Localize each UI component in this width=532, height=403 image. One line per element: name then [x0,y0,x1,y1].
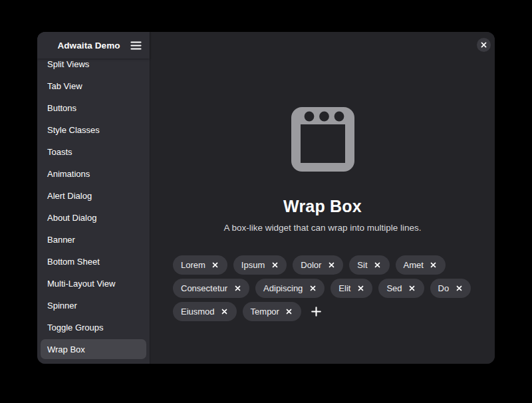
close-small-icon [329,262,334,268]
close-small-icon [221,309,227,315]
sidebar-item-label: Split Views [47,59,89,69]
close-small-icon [286,309,292,315]
sidebar-nav: Split Views Tab View Buttons Style Class… [37,59,150,364]
remove-tag-button[interactable] [408,284,417,293]
remove-tag-button[interactable] [373,261,382,270]
remove-tag-button[interactable] [429,261,438,270]
sidebar-item-label: Buttons [47,103,76,113]
sidebar-item[interactable]: Toasts [41,142,146,162]
tag-label: Sit [357,260,367,270]
tag-label: Tempor [251,307,279,317]
tag-chip: Do [430,279,471,298]
tag-label: Eiusmod [181,307,215,317]
sidebar-item-label: Toasts [47,147,72,157]
close-small-icon [272,262,278,268]
close-icon [481,42,487,48]
tag-chip: Tempor [243,302,301,321]
remove-tag-button[interactable] [356,284,365,293]
close-small-icon [409,285,415,291]
remove-tag-button[interactable] [211,261,220,270]
remove-tag-button[interactable] [308,284,317,293]
hamburger-menu-icon [130,41,142,50]
wrap-box-demo-icon [291,107,354,172]
tag-label: Do [438,283,450,293]
tag-chip: Elit [331,279,372,298]
tag-chip: Ipsum [233,255,287,275]
sidebar-item[interactable]: Animations [41,164,146,184]
sidebar-item-label: Spinner [47,301,77,311]
sidebar-item[interactable]: Multi-Layout View [41,273,146,293]
tag-chip: Lorem [173,255,227,275]
add-tag-button[interactable] [307,302,326,321]
close-small-icon [374,262,380,268]
tag-chip: Consectetur [173,279,249,298]
sidebar-item-label: Alert Dialog [47,191,92,201]
tag-chip: Sed [378,279,424,298]
sidebar-item-label: Banner [47,235,75,245]
tag-label: Amet [404,260,424,270]
close-small-icon [212,262,218,268]
main-menu-button[interactable] [126,36,146,55]
remove-tag-button[interactable] [327,261,336,270]
sidebar-item[interactable]: Banner [41,229,146,249]
frame-window-icon [291,107,354,172]
sidebar-header: Adwaita Demo [37,32,150,59]
close-small-icon [310,285,316,291]
sidebar-item[interactable]: Style Classes [41,120,146,140]
sidebar-item-label: Multi-Layout View [47,279,115,289]
tag-chip: Amet [396,255,446,275]
sidebar-item-label: Style Classes [47,125,100,135]
close-small-icon [456,285,462,291]
tag-label: Sed [386,283,402,293]
sidebar-item[interactable]: Buttons [41,98,146,118]
sidebar-item-label: Animations [47,169,90,179]
remove-tag-button[interactable] [285,307,294,317]
sidebar-item[interactable]: Tab View [41,76,146,96]
remove-tag-button[interactable] [270,261,279,270]
sidebar-item-label: Bottom Sheet [47,257,100,267]
sidebar-item[interactable]: Spinner [41,295,146,315]
tag-label: Consectetur [181,283,227,293]
desktop-background: Adwaita Demo Split Views Tab View [0,0,532,403]
sidebar-item-label: Tab View [47,81,82,91]
sidebar-item-label: Toggle Groups [47,323,104,333]
window-title: Adwaita Demo [47,41,126,51]
tag-label: Ipsum [241,260,265,270]
tag-chip: Dolor [293,255,343,275]
close-small-icon [430,262,436,268]
page-subtitle: A box-like widget that can wrap into mul… [150,223,495,233]
remove-tag-button[interactable] [233,284,242,293]
tag-chip: Sit [349,255,389,275]
close-small-icon [235,285,241,291]
sidebar: Adwaita Demo Split Views Tab View [37,32,150,364]
tag-label: Lorem [181,260,205,270]
wrap-box: Lorem Ipsum [173,255,479,321]
remove-tag-button[interactable] [454,284,464,293]
tag-label: Elit [338,283,350,293]
tag-label: Adipiscing [263,283,303,293]
sidebar-item[interactable]: About Dialog [41,207,146,227]
page-title: Wrap Box [150,197,495,216]
demo-page: Wrap Box A box-like widget that can wrap… [150,32,495,364]
tag-chip: Adipiscing [255,279,325,298]
tag-chip: Eiusmod [173,302,237,321]
remove-tag-button[interactable] [220,307,229,317]
sidebar-item-label: About Dialog [47,213,96,223]
tag-label: Dolor [301,260,321,270]
adwaita-demo-window: Adwaita Demo Split Views Tab View [37,32,495,364]
sidebar-item[interactable]: Split Views [41,59,146,74]
close-small-icon [358,285,364,291]
plus-icon [311,307,321,317]
sidebar-item[interactable]: Alert Dialog [41,186,146,205]
sidebar-item[interactable]: Toggle Groups [41,317,146,337]
close-button[interactable] [477,38,491,52]
sidebar-item-label: Wrap Box [47,344,85,354]
sidebar-item[interactable]: Wrap Box [41,339,146,359]
sidebar-item[interactable]: Bottom Sheet [41,251,146,271]
